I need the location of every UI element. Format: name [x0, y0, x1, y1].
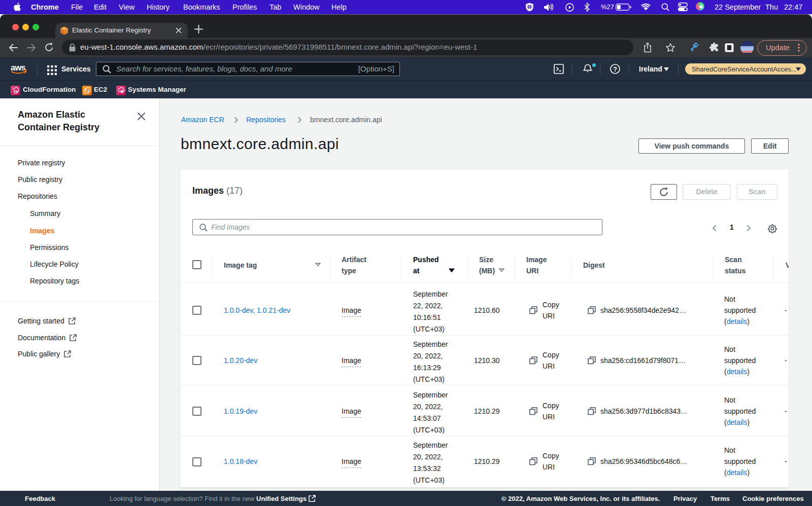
svg-text:?: ? — [613, 66, 617, 73]
svg-text:aws: aws — [11, 63, 25, 72]
